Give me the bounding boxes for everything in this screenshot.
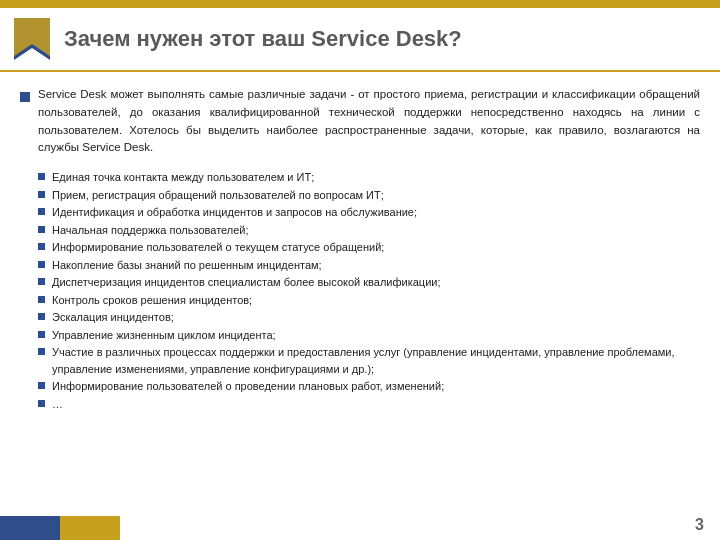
list-item: Информирование пользователей о текущем с… [38,239,700,256]
content-body: Service Desk может выполнять самые разли… [38,86,700,530]
bullet-square-icon [38,400,45,407]
list-item-text: Контроль сроков решения инцидентов; [52,292,700,309]
list-item: Контроль сроков решения инцидентов; [38,292,700,309]
bullet-square-icon [38,243,45,250]
list-item-text: Эскалация инцидентов; [52,309,700,326]
bullet-square-icon [38,173,45,180]
list-item-text: Информирование пользователей о проведени… [52,378,700,395]
bullet-square-icon [38,261,45,268]
page-number: 3 [695,516,704,534]
content-area: Service Desk может выполнять самые разли… [0,72,720,540]
top-bar [0,0,720,8]
bullet-square-icon [38,382,45,389]
list-item-text: Идентификация и обработка инцидентов и з… [52,204,700,221]
ribbon-dark [0,516,60,540]
list-item: Начальная поддержка пользователей; [38,222,700,239]
bullet-list: Единая точка контакта между пользователе… [38,169,700,412]
header: Зачем нужен этот ваш Service Desk? [0,8,720,72]
slide: Зачем нужен этот ваш Service Desk? Servi… [0,0,720,540]
bullet-square-icon [38,226,45,233]
list-item: Диспетчеризация инцидентов специалистам … [38,274,700,291]
list-item-text: Информирование пользователей о текущем с… [52,239,700,256]
bullet-square-icon [38,331,45,338]
list-item-text: Начальная поддержка пользователей; [52,222,700,239]
bullet-square-icon [38,296,45,303]
list-item: Единая точка контакта между пользователе… [38,169,700,186]
svg-marker-1 [14,18,50,56]
list-item: Эскалация инцидентов; [38,309,700,326]
left-bullet-marker [20,86,38,530]
list-item: Накопление базы знаний по решенным инцид… [38,257,700,274]
bottom-ribbon [0,516,120,540]
bullet-square-icon [38,313,45,320]
list-item-text: Накопление базы знаний по решенным инцид… [52,257,700,274]
list-item-text: Участие в различных процессах поддержки … [52,344,700,377]
bullet-square-icon [38,348,45,355]
bookmark-icon [14,18,50,60]
ribbon-gold [60,516,120,540]
list-item: Прием, регистрация обращений пользовател… [38,187,700,204]
list-item-text: … [52,396,700,413]
list-item: … [38,396,700,413]
list-item-text: Диспетчеризация инцидентов специалистам … [52,274,700,291]
list-item: Идентификация и обработка инцидентов и з… [38,204,700,221]
bullet-square-icon [38,278,45,285]
main-bullet-square [20,92,30,102]
bullet-square-icon [38,191,45,198]
list-item: Информирование пользователей о проведени… [38,378,700,395]
list-item-text: Прием, регистрация обращений пользовател… [52,187,700,204]
bullet-square-icon [38,208,45,215]
main-paragraph: Service Desk может выполнять самые разли… [38,86,700,157]
list-item-text: Управление жизненным циклом инцидента; [52,327,700,344]
slide-title: Зачем нужен этот ваш Service Desk? [64,26,462,52]
list-item: Участие в различных процессах поддержки … [38,344,700,377]
list-item: Управление жизненным циклом инцидента; [38,327,700,344]
list-item-text: Единая точка контакта между пользователе… [52,169,700,186]
